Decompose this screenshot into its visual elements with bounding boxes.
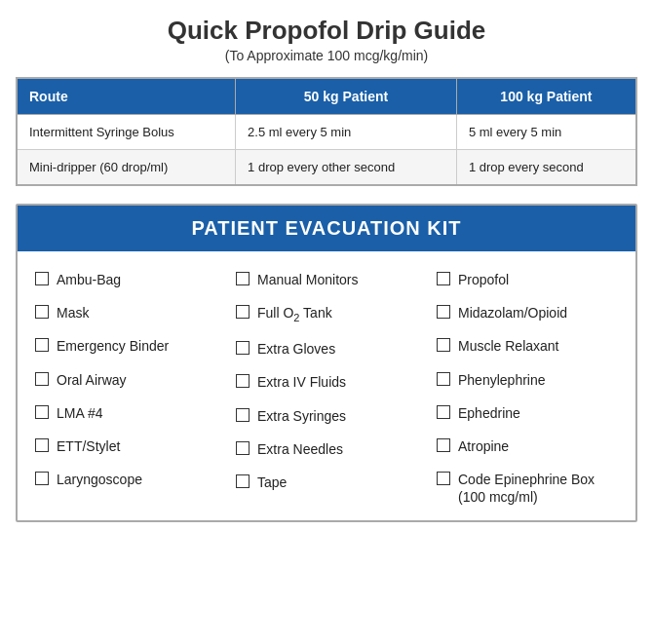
evacuation-kit-header: PATIENT EVACUATION KIT bbox=[18, 206, 635, 251]
item-label: Midazolam/Opioid bbox=[458, 304, 567, 322]
checkbox-icon[interactable] bbox=[35, 305, 49, 319]
checkbox-icon[interactable] bbox=[236, 474, 250, 488]
list-item[interactable]: Midazolam/Opioid bbox=[427, 296, 628, 329]
checkbox-icon[interactable] bbox=[35, 372, 49, 386]
item-label: Ephedrine bbox=[458, 404, 520, 422]
item-label: Manual Monitors bbox=[257, 271, 359, 288]
item-label: ETT/Stylet bbox=[57, 437, 120, 455]
table-row-1-cell-2: 1 drop every second bbox=[456, 150, 636, 186]
checkbox-icon[interactable] bbox=[437, 272, 450, 285]
item-label: Emergency Binder bbox=[57, 337, 169, 355]
table-row-1-cell-0: Mini-dripper (60 drop/ml) bbox=[17, 150, 236, 186]
list-item[interactable]: ETT/Stylet bbox=[25, 430, 226, 463]
list-item[interactable]: Atropine bbox=[427, 430, 628, 463]
evac-column-2: PropofolMidazolam/OpioidMuscle RelaxantP… bbox=[427, 263, 628, 514]
list-item[interactable]: Extra Needles bbox=[226, 433, 427, 466]
list-item[interactable]: LMA #4 bbox=[25, 397, 226, 430]
page-title: Quick Propofol Drip Guide bbox=[16, 16, 637, 46]
checkbox-icon[interactable] bbox=[236, 305, 250, 319]
item-label: Propofol bbox=[458, 271, 509, 288]
item-label: Code Epinephrine Box(100 mcg/ml) bbox=[458, 471, 595, 506]
item-label: Full O2 Tank bbox=[257, 304, 332, 324]
checkbox-icon[interactable] bbox=[236, 408, 250, 422]
item-label: Laryngoscope bbox=[57, 471, 142, 488]
evac-column-1: Manual MonitorsFull O2 TankExtra GlovesE… bbox=[226, 263, 427, 514]
checkbox-icon[interactable] bbox=[437, 338, 450, 352]
item-label: Muscle Relaxant bbox=[458, 337, 559, 355]
list-item[interactable]: Code Epinephrine Box(100 mcg/ml) bbox=[427, 463, 628, 513]
table-row-0-cell-0: Intermittent Syringe Bolus bbox=[17, 115, 236, 150]
item-label: Extra Needles bbox=[257, 440, 343, 458]
checkbox-icon[interactable] bbox=[437, 438, 450, 452]
list-item[interactable]: Full O2 Tank bbox=[226, 296, 427, 332]
list-item[interactable]: Ephedrine bbox=[427, 397, 628, 430]
evac-column-0: Ambu-BagMaskEmergency BinderOral AirwayL… bbox=[25, 263, 226, 514]
checkbox-icon[interactable] bbox=[236, 374, 250, 388]
checkbox-icon[interactable] bbox=[35, 472, 49, 485]
table-row-0-cell-2: 5 ml every 5 min bbox=[456, 115, 636, 150]
item-label: Oral Airway bbox=[57, 371, 127, 389]
table-row-0-cell-1: 2.5 ml every 5 min bbox=[236, 115, 457, 150]
item-label: Ambu-Bag bbox=[57, 271, 121, 288]
item-label: Atropine bbox=[458, 437, 509, 455]
list-item[interactable]: Tape bbox=[226, 466, 427, 499]
item-label: Phenylephrine bbox=[458, 371, 546, 389]
list-item[interactable]: Oral Airway bbox=[25, 363, 226, 397]
list-item[interactable]: Emergency Binder bbox=[25, 329, 226, 362]
list-item[interactable]: Muscle Relaxant bbox=[427, 329, 628, 362]
list-item[interactable]: Extra Gloves bbox=[226, 332, 427, 365]
checkbox-icon[interactable] bbox=[35, 438, 49, 452]
item-label: LMA #4 bbox=[57, 404, 102, 422]
checkbox-icon[interactable] bbox=[437, 405, 450, 419]
checkbox-icon[interactable] bbox=[437, 472, 450, 485]
list-item[interactable]: Extra Syringes bbox=[226, 399, 427, 433]
table-header-100kg: 100 kg Patient bbox=[456, 78, 636, 115]
checkbox-icon[interactable] bbox=[236, 272, 250, 285]
drip-guide-table: Route 50 kg Patient 100 kg Patient Inter… bbox=[16, 77, 637, 186]
item-label: Extra Gloves bbox=[257, 340, 335, 358]
list-item[interactable]: Extra IV Fluids bbox=[226, 365, 427, 398]
list-item[interactable]: Phenylephrine bbox=[427, 363, 628, 397]
checkbox-icon[interactable] bbox=[437, 305, 450, 319]
checkbox-icon[interactable] bbox=[35, 338, 49, 352]
checkbox-icon[interactable] bbox=[236, 441, 250, 455]
table-header-50kg: 50 kg Patient bbox=[236, 78, 457, 115]
evacuation-kit-section: PATIENT EVACUATION KIT Ambu-BagMaskEmerg… bbox=[16, 204, 637, 522]
checkbox-icon[interactable] bbox=[35, 405, 49, 419]
list-item[interactable]: Propofol bbox=[427, 263, 628, 296]
item-label: Extra Syringes bbox=[257, 407, 346, 425]
table-header-route: Route bbox=[17, 78, 236, 115]
checkbox-icon[interactable] bbox=[437, 372, 450, 386]
item-label: Mask bbox=[57, 304, 89, 322]
checkbox-icon[interactable] bbox=[35, 272, 49, 285]
list-item[interactable]: Ambu-Bag bbox=[25, 263, 226, 296]
item-label: Tape bbox=[257, 474, 287, 491]
page-subtitle: (To Approximate 100 mcg/kg/min) bbox=[16, 48, 637, 63]
list-item[interactable]: Mask bbox=[25, 296, 226, 329]
table-row-1-cell-1: 1 drop every other second bbox=[236, 150, 457, 186]
checkbox-icon[interactable] bbox=[236, 341, 250, 355]
item-label: Extra IV Fluids bbox=[257, 373, 346, 391]
evacuation-kit-body: Ambu-BagMaskEmergency BinderOral AirwayL… bbox=[18, 251, 635, 520]
list-item[interactable]: Manual Monitors bbox=[226, 263, 427, 296]
list-item[interactable]: Laryngoscope bbox=[25, 463, 226, 496]
